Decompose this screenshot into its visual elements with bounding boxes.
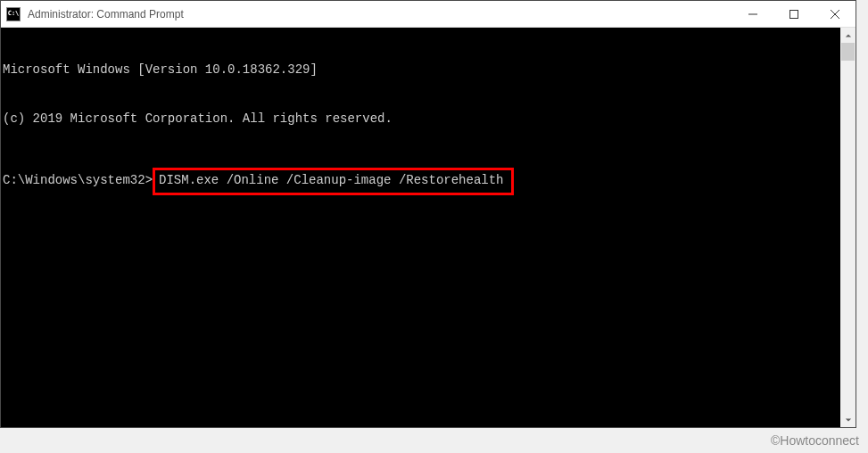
scrollbar-vertical[interactable] bbox=[840, 28, 856, 427]
window-controls bbox=[732, 1, 856, 27]
maximize-icon bbox=[789, 10, 798, 19]
close-button[interactable] bbox=[814, 1, 856, 27]
titlebar[interactable]: C:\ Administrator: Command Prompt bbox=[1, 1, 856, 28]
prompt-prefix: C:\Windows\system32> bbox=[3, 172, 153, 188]
cmd-icon: C:\ bbox=[6, 7, 21, 21]
command-prompt-window: C:\ Administrator: Command Prompt Micros… bbox=[0, 0, 856, 428]
minimize-button[interactable] bbox=[732, 1, 773, 27]
chevron-down-icon bbox=[845, 416, 852, 424]
window-title: Administrator: Command Prompt bbox=[28, 8, 732, 21]
close-icon bbox=[831, 10, 839, 19]
scroll-down-button[interactable] bbox=[840, 412, 856, 427]
terminal-output-line: Microsoft Windows [Version 10.0.18362.32… bbox=[3, 62, 840, 78]
cmd-icon-text: C:\ bbox=[8, 11, 20, 17]
highlighted-command: DISM.exe /Online /Cleanup-image /Restore… bbox=[153, 168, 513, 195]
watermark-text: ©Howtoconnect bbox=[771, 433, 859, 448]
terminal-output-line: (c) 2019 Microsoft Corporation. All righ… bbox=[3, 111, 840, 127]
terminal-area: Microsoft Windows [Version 10.0.18362.32… bbox=[1, 28, 856, 427]
terminal-content[interactable]: Microsoft Windows [Version 10.0.18362.32… bbox=[1, 28, 840, 427]
scroll-thumb[interactable] bbox=[841, 43, 855, 61]
minimize-icon bbox=[748, 10, 757, 19]
maximize-button[interactable] bbox=[773, 1, 814, 27]
scroll-up-button[interactable] bbox=[840, 28, 856, 43]
svg-rect-1 bbox=[790, 10, 798, 18]
chevron-up-icon bbox=[845, 32, 852, 39]
prompt-line: C:\Windows\system32>DISM.exe /Online /Cl… bbox=[3, 172, 840, 195]
